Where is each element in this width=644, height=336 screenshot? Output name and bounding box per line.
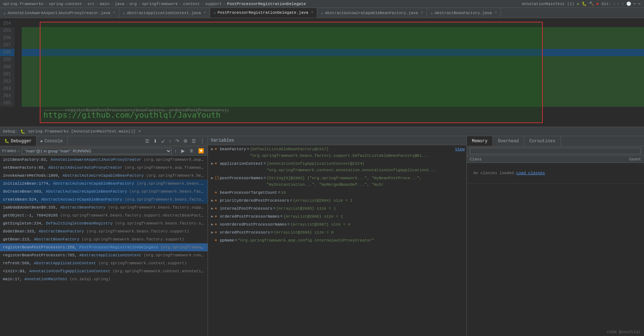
debug-session-close[interactable]: × [138,129,141,134]
line-number: 264 [0,92,14,100]
frame-item[interactable]: lambda$doGetBean$0:335, AbstractBeanFact… [0,203,208,211]
variables-panel: Variables ▶ ◈ beanFactory = {DefaultList… [208,136,467,336]
memory-search [467,146,644,156]
line-number: 263 [0,85,14,92]
frame-item[interactable]: main:17, AnnotationMainTest (cn.imlql.sp… [0,275,208,283]
frame-item[interactable]: getSingleton:234, DefaultSingletonBeanRe… [0,219,208,227]
breadcrumb: spring-frameworks › spring-context › src… [0,0,644,8]
breadcrumb-item[interactable]: springframework [142,2,178,6]
tab-close[interactable]: × [311,10,313,14]
pause-button[interactable]: ⏸ [188,147,195,154]
panel-tabs: 🐛 Debugger ▶ Console ☰ ⬇ ↙ ↑ ↷ ⚙ ☰ ⋮ [0,136,208,146]
sort-frames-button[interactable]: ↑ [173,147,179,154]
breadcrumb-item[interactable]: context [183,2,200,6]
breadcrumb-item[interactable]: src [88,2,95,6]
line-content: if (pp instanceof MergedBeanDefinitionPo… [22,63,644,71]
build-button[interactable]: 🔨 [589,1,594,6]
frame-item[interactable]: registerBeanPostProcessors:765, Abstract… [0,251,208,259]
frame-item-selected[interactable]: registerBeanPostProcessors:258, PostProc… [0,243,208,251]
undo-button[interactable]: ↩ [634,1,636,6]
breadcrumb-item[interactable]: main [100,2,109,6]
breadcrumb-item[interactable]: java [115,2,124,6]
step-over-button[interactable]: ⬇ [152,138,159,144]
settings-button[interactable]: ☰ [144,138,151,144]
line-number: 265 [0,100,14,107]
var-orderedPostProcessorNames[interactable]: ▶ ◈ orderedPostProcessorNames = {ArrayLi… [208,213,466,220]
line-content: //接下来，注册所有的实现了 Ordered 的 BeanPostProcess… [22,27,644,34]
resume-button[interactable]: ▶ [180,147,186,154]
tab-memory[interactable]: Memory [467,136,493,146]
frame-item[interactable]: doGetBean:333, AbstractBeanFactory (org.… [0,227,208,235]
tab-coroutines[interactable]: Coroutines [524,136,561,146]
frame-item[interactable]: setBeanFactory:65, AbstractAdvisorAutoPr… [0,164,208,172]
breadcrumb-item[interactable]: spring-frameworks [3,2,43,6]
thread-selector[interactable]: "main"@1 in group "main": RUNNING [22,148,172,154]
frame-item[interactable]: getObject:-1, 769429195 (org.springframe… [0,211,208,219]
tab-close[interactable]: × [113,11,115,15]
debug-button[interactable]: 🐛 [582,1,587,6]
git-check[interactable]: ✓ [613,1,616,6]
frame-item[interactable]: <init>:93, AnnotationConfigApplicationCo… [0,267,208,275]
tab-abstract-autowire[interactable]: ☕ AbstractAutowireCapableBeanFactory.jav… [317,8,427,18]
bottom-panel: 🐛 Debugger ▶ Console ☰ ⬇ ↙ ↑ ↷ ⚙ ☰ ⋮ Fra… [0,136,644,336]
tab-close[interactable]: × [421,11,423,15]
frames-list: initBeanFactory:83, AnnotationAwareAspec… [0,156,208,336]
step-out-button[interactable]: ↑ [168,138,173,144]
threads-button[interactable]: ⋮ [199,138,206,144]
code-line-258: 258 BeanPostProcessor pp = beanFactory.g… [0,49,644,56]
tab-close[interactable]: × [204,11,206,15]
run-to-cursor-button[interactable]: ↷ [174,138,181,144]
var-internalPostProcessors[interactable]: ▶ ◈ internalPostProcessors = {ArrayList@… [208,205,466,213]
var-priorityOrderedPostProcessors[interactable]: ▶ ◈ priorityOrderedPostProcessors = {Arr… [208,197,466,205]
tab-console[interactable]: ▶ Console [37,136,68,146]
evaluate-button[interactable]: ⚙ [182,138,189,144]
breadcrumb-item[interactable]: org [129,2,137,6]
frame-item[interactable]: createBean:524, AbstractAutowireCapableB… [0,196,208,203]
debug-label: Debug: [3,129,17,134]
redo-button[interactable]: ↪ [638,1,640,6]
line-number: 262 [0,78,14,85]
tab-close[interactable]: × [495,11,497,15]
frame-item[interactable]: initializeBean:1774, AbstractAutowireCap… [0,180,208,188]
stop-button[interactable]: ■ [596,2,599,6]
memory-search-input[interactable] [470,148,641,154]
var-beanFactory[interactable]: ▶ ◈ beanFactory = {DefaultListableBeanFa… [208,145,466,160]
gutter [14,42,22,49]
tab-debugger[interactable]: 🐛 Debugger [0,136,37,146]
var-postProcessorNames[interactable]: ▶ [] postProcessorNames = {String[6]@208… [208,174,466,189]
frame-item[interactable]: doCreateBean:603, AbstractAutowireCapabl… [0,188,208,196]
var-nonOrderedPostProcessorNames[interactable]: ▶ ◈ nonOrderedPostProcessorNames = {Arra… [208,220,466,228]
frame-item[interactable]: initBeanFactory:83, AnnotationAwareAspec… [0,156,208,164]
breadcrumb-current: PostProcessorRegistrationDelegate [227,2,306,6]
frames-button[interactable]: ☰ [190,138,197,144]
line-number: 256 [0,34,14,42]
var-ppName[interactable]: ◈ ppName = "org.springframework.aop.conf… [208,236,466,244]
var-beanProcessorTargetCount[interactable]: ◈ beanProcessorTargetCount = 10 [208,189,466,197]
gutter [14,92,22,100]
run-button[interactable]: ▶ [577,1,580,6]
frame-item[interactable]: invokeAwareMethods:1809, AbstractAutowir… [0,172,208,180]
frame-item[interactable]: getBean:213, AbstractBeanFactory (org.sp… [0,235,208,243]
view-link[interactable]: View [455,146,465,152]
filter-button[interactable]: 🔽 [197,147,205,154]
debug-session: spring-frameworks [AnnotationMainTest.ma… [28,129,136,134]
breadcrumb-item[interactable]: spring-context [49,2,82,6]
breadcrumb-item[interactable]: support [205,2,222,6]
frame-item[interactable]: refresh:569, AbstractApplicationContext … [0,259,208,267]
tab-annotation-aware[interactable]: ☕ AnnotationAwareAspectJAutoProxyCreator… [0,8,119,18]
line-content: registerBeanPostProcessors(beanFactory, … [22,100,644,107]
git-clock[interactable]: 🕐 [626,1,631,6]
java-file-icon: ☕ [431,11,433,15]
var-orderedPostProcessors[interactable]: ▶ ◈ orderedPostProcessors = {ArrayList@2… [208,228,466,236]
step-into-button[interactable]: ↙ [160,138,167,144]
git-up[interactable]: ↑ [622,2,624,6]
tab-abstract-app[interactable]: ☕ AbstractApplicationContext.java × [119,8,210,18]
var-applicationContext[interactable]: ▶ ◈ applicationContext = {AnnotationConf… [208,160,466,174]
tab-overhead[interactable]: Overhead [493,136,524,146]
tab-post-processor[interactable]: ☕ PostProcessorRegistrationDelegate.java… [210,8,317,18]
tab-abstract-bean[interactable]: ☕ AbstractBeanFactory.java × [427,8,501,18]
load-classes-link[interactable]: Load classes [516,171,545,175]
debugger-icon: 🐛 [4,139,9,143]
gutter [14,100,22,107]
git-check2[interactable]: ✓ [617,1,620,6]
